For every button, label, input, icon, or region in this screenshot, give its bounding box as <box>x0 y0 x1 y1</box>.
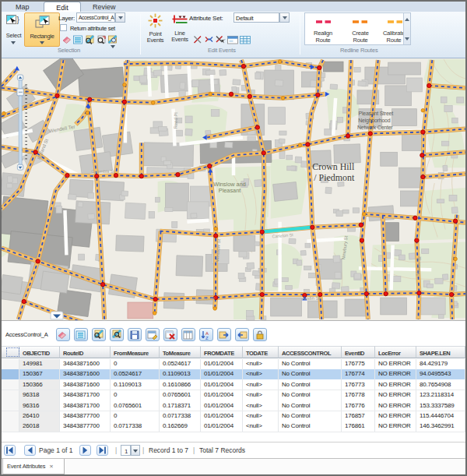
svg-text:Pleasant: Pleasant <box>219 187 241 194</box>
svg-text:A: A <box>205 331 209 336</box>
svg-text:Pleasant Street: Pleasant Street <box>359 111 394 116</box>
svg-text:/ Piedmont: / Piedmont <box>314 172 355 183</box>
svg-text:Columbia St: Columbia St <box>91 169 114 174</box>
svg-text:Crown Hill: Crown Hill <box>312 161 355 172</box>
svg-text:Network Center: Network Center <box>357 125 393 130</box>
svg-text:Chandler St: Chandler St <box>192 296 215 301</box>
svg-text:Reed Pl: Reed Pl <box>173 112 178 129</box>
svg-text:Neighborhood: Neighborhood <box>358 118 391 124</box>
svg-text:Z: Z <box>205 336 209 340</box>
svg-text:Austin St: Austin St <box>301 296 320 301</box>
svg-text:}: } <box>17 16 20 24</box>
